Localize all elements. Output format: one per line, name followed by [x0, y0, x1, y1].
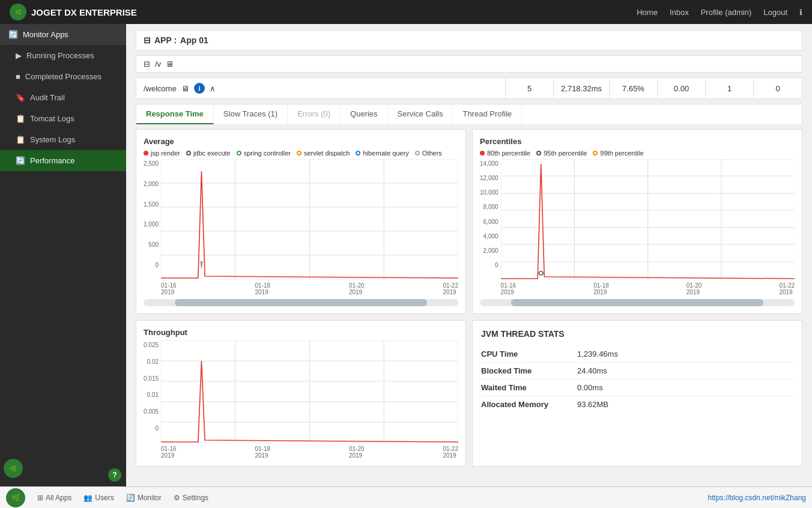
- settings-icon: ⚙: [174, 494, 180, 502]
- users-icon: 👥: [83, 494, 92, 502]
- charts-grid-bottom: Throughput 0.025 0.02 0.015 0.01 0.005 0: [136, 320, 802, 467]
- completed-processes-icon: ■: [16, 72, 20, 81]
- tab-slow-traces[interactable]: Slow Traces (1): [214, 104, 288, 124]
- sidebar-item-completed-processes[interactable]: ■ Completed Processes: [0, 66, 126, 87]
- jvm-row-allocated-memory: Allocated Memory 93.62MB: [481, 396, 793, 413]
- expand-icon[interactable]: ∧: [210, 84, 216, 93]
- bottom-users[interactable]: 👥 Users: [83, 494, 114, 502]
- brand-logo-text: 🌿: [15, 9, 22, 15]
- sidebar-section-label: Monitor Apps: [23, 30, 68, 39]
- brand-logo: 🌿: [10, 4, 26, 20]
- monitor-icon: 🔄: [126, 494, 135, 502]
- bottom-all-apps[interactable]: ⊞ All Apps: [37, 494, 71, 502]
- jvm-row-cpu-time: CPU Time 1,239.46ms: [481, 346, 793, 363]
- url-text: /welcome: [144, 84, 177, 93]
- app-header: ⊟ APP : App 01: [136, 30, 802, 50]
- bottom-bar: 🌿 ⊞ All Apps 👥 Users 🔄 Monitor ⚙ Setting…: [0, 486, 812, 508]
- completed-processes-label: Completed Processes: [25, 72, 102, 81]
- sidebar-item-running-processes[interactable]: ▶ Running Processes: [0, 45, 126, 66]
- tab-queries[interactable]: Queries: [341, 104, 388, 124]
- sidebar-item-performance[interactable]: 🔄 Performance: [0, 150, 126, 171]
- performance-icon: 🔄: [16, 156, 25, 165]
- tab-service-calls[interactable]: Service Calls: [388, 104, 453, 124]
- jvm-title: JVM THREAD STATS: [481, 329, 793, 339]
- tab-response-time[interactable]: Response Time: [136, 104, 214, 124]
- system-logs-label: System Logs: [30, 135, 75, 144]
- app-header-name: App 01: [180, 35, 208, 45]
- app-header-collapse-icon[interactable]: ⊟: [144, 35, 151, 45]
- url-stat-response-time: 2,718.32ms: [554, 79, 610, 98]
- average-chart-card: Average jsp render jdbc execute spring c…: [136, 129, 466, 314]
- url-stat-slow: 1: [706, 79, 754, 98]
- sidebar: 🔄 Monitor Apps ▶ Running Processes ■ Com…: [0, 24, 126, 486]
- bottom-url: https://blog.csdn.net/mikZhang: [708, 494, 806, 502]
- top-nav: 🌿 JOGET DX ENTERPRISE Home Inbox Profile…: [0, 0, 812, 24]
- legend-jdbc-execute: jdbc execute: [186, 150, 231, 157]
- legend-spring-controller: spring controller: [237, 150, 291, 157]
- sidebar-item-tomcat-logs[interactable]: 📋 Tomcat Logs: [0, 108, 126, 129]
- tomcat-logs-icon: 📋: [16, 114, 25, 123]
- url-stat-memory: 0.00: [658, 79, 706, 98]
- throughput-chart-area: 01-162019 01-182019 01-202019 01-222019: [161, 340, 458, 459]
- app-header-label: APP :: [154, 35, 177, 45]
- sidebar-item-audit-trail[interactable]: 🔖 Audit Trail: [0, 87, 126, 108]
- pct-y-axis: 14,000 12,000 10,000 8,000 6,000 4,000 2…: [480, 159, 501, 279]
- jvm-stats-card: JVM THREAD STATS CPU Time 1,239.46ms Blo…: [472, 320, 802, 467]
- sidebar-item-system-logs[interactable]: 📋 System Logs: [0, 129, 126, 150]
- bottom-bar-left: 🌿 ⊞ All Apps 👥 Users 🔄 Monitor ⚙ Setting…: [6, 488, 208, 507]
- sub-header: ⊟ /v 🖥: [136, 55, 802, 73]
- url-cell: /welcome 🖥 i ∧: [136, 78, 506, 98]
- monitor-icon: 🖥: [181, 84, 189, 93]
- main-layout: 🔄 Monitor Apps ▶ Running Processes ■ Com…: [0, 24, 812, 486]
- profile-link[interactable]: Profile (admin): [701, 8, 752, 17]
- running-processes-label: Running Processes: [26, 51, 94, 60]
- info-icon[interactable]: i: [194, 83, 205, 94]
- pct-chart-scrollbar[interactable]: [480, 299, 795, 306]
- monitor-label: Monitor: [138, 494, 162, 502]
- url-stat-cpu: 7.65%: [610, 79, 658, 98]
- throughput-x-labels: 01-162019 01-182019 01-202019 01-222019: [161, 446, 458, 459]
- tab-thread-profile[interactable]: Thread Profile: [453, 104, 522, 124]
- help-button[interactable]: ?: [108, 468, 121, 482]
- sub-header-monitor-icon: 🖥: [166, 59, 174, 68]
- audit-trail-label: Audit Trail: [30, 93, 65, 102]
- users-label: Users: [95, 494, 114, 502]
- all-apps-label: All Apps: [46, 494, 71, 502]
- percentiles-chart-legend: 80th percentile 95th percentile 99th per…: [480, 150, 795, 157]
- system-logs-icon: 📋: [16, 135, 25, 144]
- logout-link[interactable]: Logout: [763, 8, 787, 17]
- legend-servlet-dispatch: servlet dispatch: [297, 150, 350, 157]
- bottom-monitor[interactable]: 🔄 Monitor: [126, 494, 162, 502]
- sub-header-collapse-icon[interactable]: ⊟: [144, 59, 150, 68]
- top-nav-links: Home Inbox Profile (admin) Logout ℹ: [637, 8, 802, 17]
- sidebar-bottom-logo: 🌿: [0, 455, 26, 482]
- inbox-link[interactable]: Inbox: [670, 8, 689, 17]
- percentiles-chart-title: Percentiles: [480, 137, 795, 146]
- monitor-apps-icon: 🔄: [8, 30, 18, 39]
- tab-errors: Errors (0): [288, 104, 341, 124]
- avg-chart-scrollbar[interactable]: [144, 299, 458, 306]
- home-link[interactable]: Home: [637, 8, 658, 17]
- bottom-logo: 🌿: [6, 488, 25, 507]
- settings-label: Settings: [183, 494, 208, 502]
- avg-chart-area: 01-162019 01-182019 01-202019 01-222019: [161, 159, 458, 295]
- svg-point-25: [539, 271, 543, 275]
- tabs-bar: Response Time Slow Traces (1) Errors (0)…: [136, 104, 802, 124]
- jvm-row-waited-time: Waited Time 0.00ms: [481, 379, 793, 396]
- pct-chart-area: 01-162019 01-182019 01-202019 01-222019: [501, 159, 795, 295]
- bottom-settings[interactable]: ⚙ Settings: [174, 494, 208, 502]
- legend-99th: 99th percentile: [593, 150, 643, 157]
- url-stat-errors: 0: [754, 79, 802, 98]
- throughput-y-axis: 0.025 0.02 0.015 0.01 0.005 0: [144, 340, 161, 443]
- info-link[interactable]: ℹ: [799, 8, 802, 17]
- sub-header-path: /v: [155, 59, 161, 68]
- tomcat-logs-label: Tomcat Logs: [30, 114, 74, 123]
- performance-label: Performance: [30, 156, 74, 165]
- legend-others: Others: [415, 150, 442, 157]
- legend-95th: 95th percentile: [536, 150, 587, 157]
- average-chart-title: Average: [144, 137, 458, 146]
- sidebar-section-monitor-apps[interactable]: 🔄 Monitor Apps: [0, 24, 126, 45]
- throughput-chart-card: Throughput 0.025 0.02 0.015 0.01 0.005 0: [136, 320, 466, 467]
- all-apps-icon: ⊞: [37, 494, 43, 502]
- url-stat-count: 5: [506, 79, 554, 98]
